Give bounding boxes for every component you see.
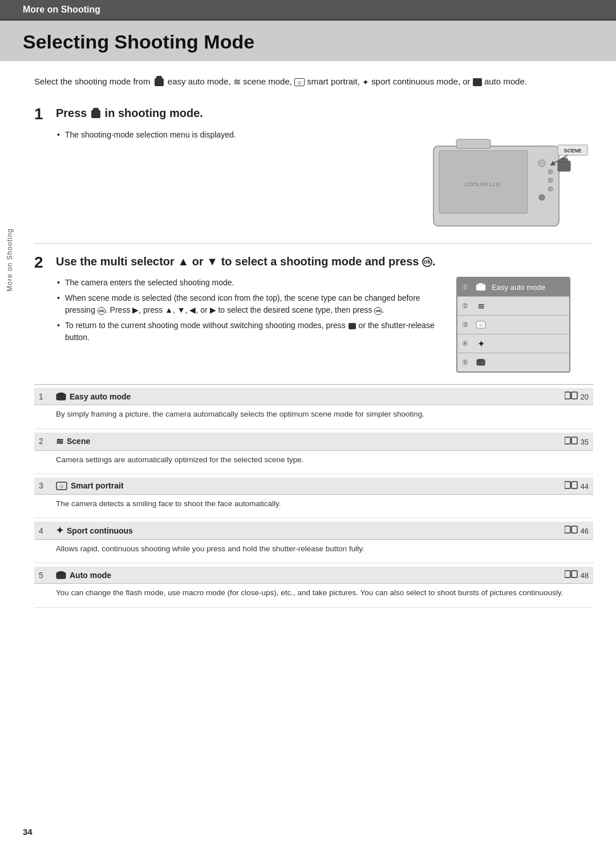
ok-icon-inline: ok [98, 307, 106, 315]
table-row-3-title: ☺ Smart portrait [56, 481, 565, 490]
table-row-easy-auto: 1 Easy auto mode 20 By simply framing a … [34, 385, 593, 429]
table-row-3-desc: The camera detects a smiling face to sho… [34, 495, 593, 514]
svg-rect-13 [561, 158, 568, 163]
page-number: 34 [23, 827, 33, 837]
svg-rect-22 [565, 392, 570, 399]
sport-table-icon: ✦ [56, 525, 63, 536]
menu-row-3: ③ ☺ [457, 316, 569, 334]
table-row-scene: 2 ≋ Scene 35 Camera settings are automat… [34, 429, 593, 474]
svg-rect-3 [456, 139, 491, 148]
step-1-title: Press in shooting mode. [56, 106, 203, 120]
svg-rect-29 [572, 482, 577, 488]
table-row-5-desc: You can change the flash mode, use macro… [34, 584, 593, 603]
camera-svg: COOLPIX L110 SCENE [422, 129, 593, 232]
table-row-4-desc: Allows rapid, continuous shooting while … [34, 540, 593, 559]
svg-text:COOLPIX L110: COOLPIX L110 [465, 181, 501, 187]
step-divider-1 [34, 243, 593, 244]
table-row-5-header: 5 Auto mode 48 [34, 567, 593, 584]
main-content: Select the shooting mode from easy auto … [0, 61, 616, 631]
table-row-1-header: 1 Easy auto mode 20 [34, 388, 593, 405]
step-2-bullet-3: To return to the current shooting mode w… [56, 320, 445, 344]
table-row-sport: 4 ✦ Sport continuous 46 Allows rapid, co… [34, 518, 593, 563]
table-row-1-page: 20 [565, 391, 589, 401]
scene-table-icon: ≋ [56, 436, 63, 447]
ok-button-icon: ok [422, 257, 432, 267]
svg-point-8 [539, 195, 545, 200]
menu-row-5: ⑤ [457, 353, 569, 371]
svg-rect-35 [572, 571, 577, 578]
camera-icon-inline [348, 323, 356, 329]
table-row-4-header: 4 ✦ Sport continuous 46 [34, 522, 593, 540]
svg-rect-34 [565, 571, 570, 578]
step-1-bullet-1: The shooting-mode selection menu is disp… [56, 129, 411, 141]
step-2-header: 2 Use the multi selector ▲ or ▼ to selec… [34, 254, 593, 272]
svg-rect-28 [565, 482, 570, 488]
table-row-2-desc: Camera settings are automatically optimi… [34, 451, 593, 470]
svg-point-7 [548, 187, 553, 191]
shooting-mode-menu: ① Easy auto mode ② ≋ ③ [456, 277, 570, 373]
menu-row-2: ② ≋ [457, 297, 569, 316]
svg-rect-31 [572, 526, 577, 533]
svg-rect-25 [572, 437, 577, 444]
intro-paragraph: Select the shooting mode from easy auto … [34, 75, 593, 90]
table-row-2-header: 2 ≋ Scene 35 [34, 433, 593, 451]
table-row-5-num: 5 [39, 571, 56, 580]
page-title-section: Selecting Shooting Mode [0, 21, 616, 61]
svg-rect-30 [565, 526, 570, 533]
svg-rect-21 [59, 393, 63, 395]
step-2-number: 2 [34, 254, 56, 272]
table-row-smart-portrait: 3 ☺ Smart portrait 44 The camera detects… [34, 474, 593, 518]
table-row-3-header: 3 ☺ Smart portrait 44 [34, 478, 593, 495]
table-row-1-num: 1 [39, 392, 56, 401]
table-row-auto: 5 Auto mode 48 You can change the flash … [34, 563, 593, 607]
menu-row-1: ① Easy auto mode [457, 278, 569, 297]
table-row-5-page: 48 [565, 570, 589, 580]
step-1-number: 1 [34, 106, 56, 123]
step-2-bullet-2: When scene mode is selected (the second … [56, 292, 445, 316]
svg-point-4 [538, 160, 545, 167]
svg-text:SCENE: SCENE [564, 148, 581, 154]
svg-text:☺: ☺ [59, 483, 64, 489]
section-label: More on Shooting [23, 5, 100, 14]
modes-table: 1 Easy auto mode 20 By simply framing a … [34, 384, 593, 607]
ok-icon-inline2: ok [374, 307, 382, 315]
table-row-3-num: 3 [39, 481, 56, 490]
selector-menu-panel: ① Easy auto mode ② ≋ ③ [456, 277, 593, 373]
svg-rect-24 [565, 437, 570, 444]
step-1-header: 1 Press in shooting mode. [34, 106, 593, 123]
step-2-bullet-1: The camera enters the selected shooting … [56, 277, 445, 289]
table-row-5-title: Auto mode [56, 571, 565, 580]
step-1-text: The shooting-mode selection menu is disp… [56, 129, 411, 232]
table-row-2-title: ≋ Scene [56, 436, 565, 447]
easy-auto-icon [155, 78, 164, 86]
auto-mode-icon [473, 78, 482, 86]
svg-rect-19 [479, 359, 483, 361]
svg-rect-33 [59, 571, 63, 574]
svg-text:☺: ☺ [478, 322, 483, 328]
svg-rect-23 [572, 392, 577, 399]
sport-icon: ✦ [362, 78, 369, 87]
page-title: Selecting Shooting Mode [23, 31, 593, 53]
step-2-title: Use the multi selector ▲ or ▼ to select … [56, 254, 436, 269]
scene-icon: ≋ [233, 77, 241, 87]
menu-row-4: ④ ✦ [457, 334, 569, 353]
table-row-1-title: Easy auto mode [56, 392, 565, 401]
camera-diagram: COOLPIX L110 SCENE [422, 129, 593, 232]
table-row-4-num: 4 [39, 526, 56, 535]
table-row-1-desc: By simply framing a picture, the camera … [34, 405, 593, 425]
step-1-section: 1 Press in shooting mode. The shooting-m… [34, 106, 593, 232]
table-row-3-page: 44 [565, 481, 589, 491]
step-2-body: The camera enters the selected shooting … [56, 277, 593, 373]
step-2-text: The camera enters the selected shooting … [56, 277, 445, 373]
step-2-section: 2 Use the multi selector ▲ or ▼ to selec… [34, 254, 593, 373]
smart-portrait-icon: ☺ [294, 78, 305, 86]
table-row-4-title: ✦ Sport continuous [56, 525, 565, 536]
svg-point-6 [548, 178, 553, 183]
table-row-2-num: 2 [39, 437, 56, 446]
section-header: More on Shooting [0, 0, 616, 21]
table-row-4-page: 46 [565, 526, 589, 535]
step-1-body: The shooting-mode selection menu is disp… [56, 129, 593, 232]
table-row-2-page: 35 [565, 437, 589, 446]
svg-rect-15 [479, 283, 483, 285]
svg-point-5 [548, 169, 553, 174]
